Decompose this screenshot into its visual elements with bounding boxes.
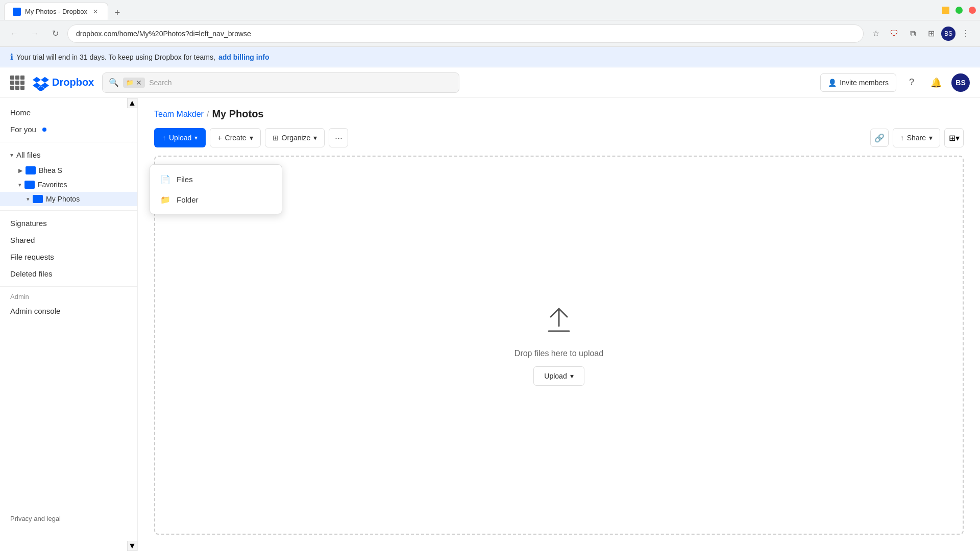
adblock-button[interactable]: 🛡: [886, 26, 902, 42]
active-tab[interactable]: My Photos - Dropbox ✕: [4, 3, 108, 20]
shared-label: Shared: [10, 236, 35, 244]
view-chevron-icon: ▾: [955, 133, 960, 143]
share-icon: ↑: [900, 134, 904, 142]
sidebar-item-favorites[interactable]: ▾ Favorites: [0, 178, 137, 192]
sidebar-item-for-you[interactable]: For you: [0, 121, 137, 138]
sidebar-scroll-up[interactable]: ▲: [127, 98, 137, 108]
sidebar-item-home[interactable]: Home: [0, 104, 137, 121]
add-billing-link[interactable]: add billing info: [218, 53, 270, 61]
file-requests-label: File requests: [10, 253, 54, 261]
sidebar-all-files-header[interactable]: ▾ All files: [0, 146, 137, 163]
header-right: 👤 Invite members ? 🔔 BS: [820, 73, 970, 92]
forward-button[interactable]: →: [27, 26, 43, 42]
content-header: Team Makder / My Photos: [138, 98, 980, 128]
create-chevron-icon: ▾: [250, 134, 253, 142]
sidebar-bottom: Privacy and legal: [0, 507, 137, 531]
tree-item-label: Favorites: [38, 181, 67, 189]
grid-dot: [10, 86, 14, 90]
folder-icon: [24, 181, 35, 189]
main-layout: ▲ ▼ Home For you ▾ All files: [0, 98, 980, 551]
extensions-button[interactable]: ⧉: [904, 26, 921, 42]
search-folder-tag[interactable]: 📁 ✕: [123, 78, 145, 88]
upload-icon: ↑: [162, 134, 166, 142]
drop-upload-label: Upload: [544, 372, 567, 380]
tab-favicon: [13, 8, 21, 16]
tab-close-button[interactable]: ✕: [91, 8, 100, 16]
close-window-button[interactable]: [969, 7, 976, 14]
share-button[interactable]: ↑ Share ▾: [893, 128, 940, 147]
apps-grid-icon[interactable]: [10, 76, 24, 90]
profiles-button[interactable]: ⊞: [923, 26, 939, 42]
grid-dot: [15, 86, 19, 90]
browser-actions: ☆ 🛡 ⧉ ⊞ BS ⋮: [868, 26, 974, 42]
more-icon: ···: [335, 133, 342, 143]
upload-button[interactable]: ↑ Upload ▾: [154, 128, 206, 147]
signatures-label: Signatures: [10, 219, 47, 228]
url-text: dropbox.com/home/My%20Photos?di=left_nav…: [76, 30, 251, 38]
info-icon: ℹ: [10, 52, 13, 62]
trial-banner: ℹ Your trial will end in 31 days. To kee…: [0, 47, 980, 67]
minimize-button[interactable]: [942, 7, 949, 14]
grid-dot: [15, 81, 19, 85]
folder-icon: [33, 195, 43, 203]
app-header: Dropbox 🔍 📁 ✕ Search 👤 Invite members ? …: [0, 67, 980, 98]
plus-icon: +: [217, 134, 222, 142]
refresh-button[interactable]: ↻: [47, 26, 63, 42]
drop-upload-chevron-icon: ▾: [570, 372, 574, 380]
browser-titlebar: My Photos - Dropbox ✕ +: [0, 0, 980, 20]
search-close-icon[interactable]: ✕: [136, 79, 142, 87]
for-you-label: For you: [10, 125, 36, 134]
drop-zone-text: Drop files here to upload: [514, 349, 603, 358]
invite-members-button[interactable]: 👤 Invite members: [820, 73, 896, 92]
sidebar-item-admin-console[interactable]: Admin console: [0, 303, 137, 319]
folder-icon: [26, 166, 36, 174]
search-bar[interactable]: 🔍 📁 ✕ Search: [102, 72, 459, 93]
view-toggle-button[interactable]: ⊞ ▾: [944, 128, 964, 147]
chevron-down-icon: ▾: [10, 152, 13, 159]
grid-dot: [10, 76, 14, 80]
sidebar-item-signatures[interactable]: Signatures: [0, 215, 137, 232]
tab-title: My Photos - Dropbox: [25, 8, 87, 15]
sidebar-admin-section: Admin: [0, 291, 137, 303]
sidebar-item-shared[interactable]: Shared: [0, 232, 137, 248]
upload-files-option[interactable]: 📄 Files: [150, 169, 282, 189]
grid-dot: [20, 86, 24, 90]
organize-button[interactable]: ⊞ Organize ▾: [265, 128, 325, 147]
back-button[interactable]: ←: [6, 26, 22, 42]
browser-menu-button[interactable]: ⋮: [958, 26, 974, 42]
invite-icon: 👤: [828, 79, 837, 87]
privacy-legal-link[interactable]: Privacy and legal: [10, 513, 127, 524]
maximize-button[interactable]: [955, 7, 963, 14]
sidebar-item-deleted-files[interactable]: Deleted files: [0, 265, 137, 282]
sidebar-item-my-photos[interactable]: ▾ My Photos: [0, 192, 137, 206]
search-input[interactable]: Search: [149, 79, 453, 87]
upload-dropdown: 📄 Files 📁 Folder: [150, 164, 282, 214]
organize-icon: ⊞: [273, 134, 279, 142]
sidebar-scroll-down[interactable]: ▼: [127, 541, 137, 551]
more-button[interactable]: ···: [329, 128, 348, 147]
breadcrumb-parent[interactable]: Team Makder: [154, 110, 204, 119]
upload-folder-option[interactable]: 📁 Folder: [150, 189, 282, 210]
toolbar: ↑ Upload ▾ + Create ▾ ⊞ Organize ▾: [138, 128, 980, 156]
dropbox-logo[interactable]: Dropbox: [33, 74, 94, 91]
share-chevron-icon: ▾: [929, 134, 933, 142]
notifications-button[interactable]: 🔔: [927, 73, 945, 92]
sidebar: ▲ ▼ Home For you ▾ All files: [0, 98, 138, 551]
link-button[interactable]: 🔗: [870, 129, 889, 147]
folder-upload-icon: 📁: [160, 194, 170, 205]
app: ℹ Your trial will end in 31 days. To kee…: [0, 47, 980, 551]
sidebar-item-bhea-s[interactable]: ▶ Bhea S: [0, 163, 137, 178]
sidebar-item-file-requests[interactable]: File requests: [0, 248, 137, 265]
bookmark-button[interactable]: ☆: [868, 26, 884, 42]
drop-upload-button[interactable]: Upload ▾: [533, 366, 584, 386]
grid-dot: [20, 76, 24, 80]
help-button[interactable]: ?: [902, 73, 921, 92]
user-avatar[interactable]: BS: [951, 73, 970, 92]
address-bar[interactable]: dropbox.com/home/My%20Photos?di=left_nav…: [67, 24, 864, 43]
chevron-down-icon: ▾: [27, 196, 30, 203]
create-button[interactable]: + Create ▾: [210, 128, 260, 147]
user-avatar-browser[interactable]: BS: [941, 27, 955, 41]
grid-dot: [20, 81, 24, 85]
new-tab-button[interactable]: +: [110, 6, 125, 20]
grid-dot: [15, 76, 19, 80]
